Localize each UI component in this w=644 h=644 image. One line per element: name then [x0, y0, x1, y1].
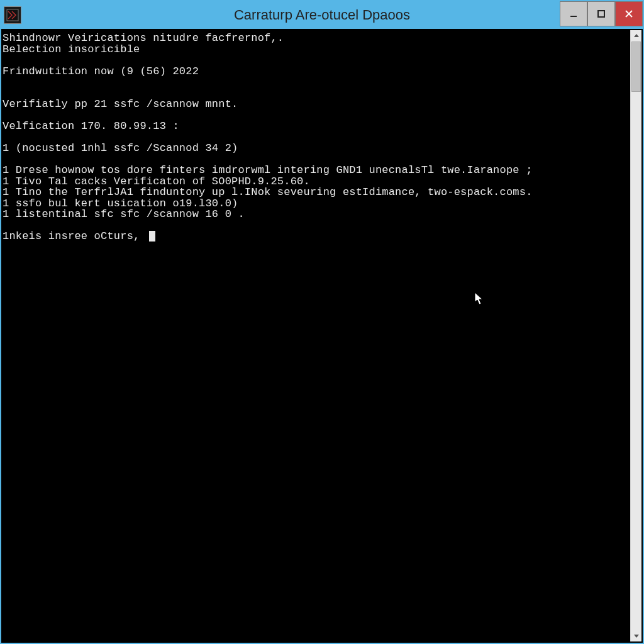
terminal-line: Shindnowr Veirications nitudre facfrerno…	[3, 33, 629, 44]
terminal-line: 1 ssfo bul kert usication o19.l30.0)	[3, 198, 629, 209]
scroll-thumb[interactable]	[631, 42, 641, 92]
window-title: Carraturp Are-otucel Dpaoos	[1, 7, 643, 23]
terminal-line: Frindwutition now (9 (56) 2022	[3, 66, 629, 77]
terminal-line: Verifiatly pp 21 ssfc /scannow mnnt.	[3, 99, 629, 110]
svg-rect-2	[598, 11, 604, 17]
terminal-line: Velfication 170. 80.99.13 :	[3, 121, 629, 132]
vertical-scrollbar[interactable]	[630, 30, 641, 641]
terminal-line	[3, 77, 629, 88]
terminal-line	[3, 220, 629, 231]
terminal-line: 1 (nocusted 1nhl ssfc /Scannod 34 2)	[3, 143, 629, 154]
terminal-prompt[interactable]: 1nkeis insree oCturs,	[3, 231, 629, 242]
terminal-line: 1 listentinal sfc sfc /scannow 16 0 .	[3, 209, 629, 220]
application-window: Carraturp Are-otucel Dpaoos Shindnowr Ve…	[0, 0, 644, 644]
scroll-down-button[interactable]	[631, 630, 641, 641]
window-controls	[560, 1, 643, 29]
terminal-line	[3, 154, 629, 165]
close-button[interactable]	[615, 1, 643, 26]
terminal-line: Belection insoricible	[3, 44, 629, 55]
scroll-up-button[interactable]	[631, 30, 641, 42]
prompt-text: 1nkeis insree oCturs,	[3, 231, 147, 242]
app-icon	[4, 6, 21, 24]
titlebar[interactable]: Carraturp Are-otucel Dpaoos	[1, 1, 643, 29]
terminal-line	[3, 88, 629, 99]
terminal-line: 1 Tino the TerfrlJA1 finduntony up l.INo…	[3, 187, 629, 198]
client-area: Shindnowr Veirications nitudre facfrerno…	[3, 30, 641, 641]
maximize-button[interactable]	[587, 1, 615, 26]
minimize-button[interactable]	[560, 1, 587, 26]
terminal-line: 1 Drese hownow tos dore finters imdrorwm…	[3, 165, 629, 176]
terminal-output[interactable]: Shindnowr Veirications nitudre facfrerno…	[3, 30, 630, 641]
terminal-line	[3, 132, 629, 143]
terminal-line	[3, 55, 629, 66]
terminal-line: 1 Tivo Tal cacks Verificaton of SO0PHD.9…	[3, 176, 629, 187]
text-cursor	[149, 231, 155, 242]
terminal-line	[3, 110, 629, 121]
